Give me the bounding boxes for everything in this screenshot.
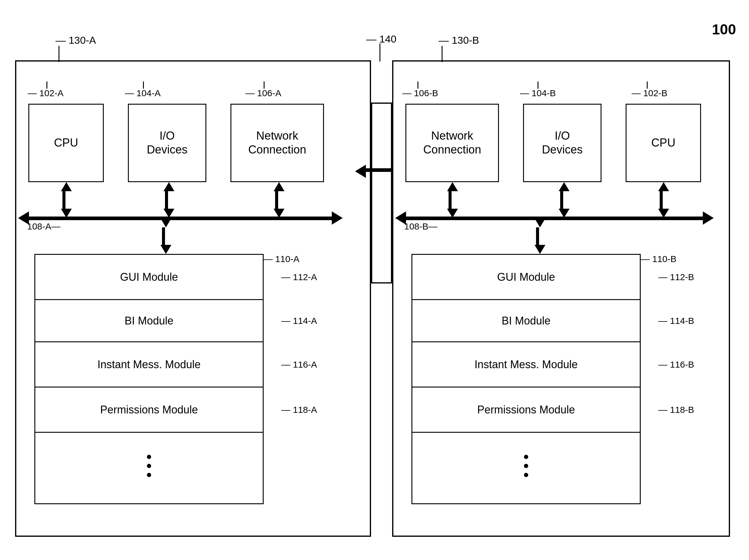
label-104b: — 104-B: [520, 88, 556, 98]
label-116b: ― 116-B: [659, 360, 694, 370]
vert-line-cpu-a: [62, 191, 65, 209]
cl-140: [380, 43, 380, 62]
label-114a: ― 114-A: [281, 316, 317, 326]
label-102b: — 102-B: [632, 88, 667, 98]
label-110b: ― 110-B: [641, 254, 676, 264]
bi-module-a: BI Module ― 114-A: [35, 300, 263, 342]
label-130b: — 130-B: [438, 35, 479, 46]
label-106b: — 106-B: [402, 88, 438, 98]
vert-line-net-a: [275, 191, 278, 209]
gui-module-b: GUI Module ― 112-B: [412, 255, 640, 300]
cl-106b: [418, 81, 419, 89]
cl-104b: [538, 81, 538, 89]
net-arrow-line: [366, 168, 392, 172]
perm-module-b: Permissions Module ― 118-B: [412, 388, 640, 433]
cl-102a: [46, 81, 47, 89]
label-116a: ― 116-A: [281, 360, 317, 370]
label-112a: ― 112-A: [281, 272, 317, 282]
vert-line-stack-b: [536, 228, 539, 245]
label-140: — 140: [366, 33, 397, 45]
label-106a: — 106-A: [245, 88, 281, 98]
label-118a: ― 118-A: [281, 405, 317, 415]
bi-module-b: BI Module ― 114-B: [412, 300, 640, 342]
cl-104a: [143, 81, 144, 89]
system-b-box: — 130-B NetworkConnection — 106-B I/ODev…: [392, 60, 730, 537]
label-118b: ― 118-B: [659, 405, 694, 415]
main-label: 100: [712, 21, 736, 38]
cpu-b-box: CPU: [626, 104, 701, 182]
net-arrow-left: [355, 165, 366, 178]
dots-a: [35, 433, 263, 499]
callout-line-130a: [59, 46, 59, 62]
label-110a: ― 110-A: [264, 254, 299, 264]
vert-line-cpu-b: [660, 191, 663, 209]
cl-106a: [264, 81, 264, 89]
gui-module-a: GUI Module ― 112-A: [35, 255, 263, 300]
label-108a: 108-A―: [27, 221, 60, 232]
netconn-b-box: NetworkConnection: [405, 104, 499, 182]
bus-b-arrow-right: [703, 211, 714, 225]
label-104a: — 104-A: [125, 88, 160, 98]
network-channel: [371, 103, 392, 283]
label-108b: 108-B―: [404, 221, 437, 232]
cl-130b: [442, 46, 443, 62]
im-module-b: Instant Mess. Module ― 116-B: [412, 342, 640, 388]
vert-line-stack-a: [162, 228, 165, 245]
label-130a: — 130-A: [46, 35, 96, 46]
stack-a: GUI Module ― 112-A BI Module ― 114-A Ins…: [35, 254, 264, 504]
stack-b: GUI Module ― 112-B BI Module ― 114-B Ins…: [411, 254, 641, 504]
perm-module-a: Permissions Module ― 118-A: [35, 388, 263, 433]
io-b-box: I/ODevices: [523, 104, 601, 182]
vert-line-io-a: [165, 191, 168, 209]
cpu-a-box: CPU: [28, 104, 104, 182]
label-112b: ― 112-B: [659, 272, 694, 282]
im-module-a: Instant Mess. Module ― 116-A: [35, 342, 263, 388]
diagram: 100 — 130-A CPU — 102-A I/ODevices — 104…: [9, 18, 739, 555]
cl-102b: [647, 81, 648, 89]
system-a-box: — 130-A CPU — 102-A I/ODevices — 104-A N…: [15, 60, 371, 537]
bus-b-line: [404, 217, 703, 220]
bus-a-arrow-right: [332, 211, 343, 225]
io-a-box: I/ODevices: [128, 104, 206, 182]
vert-line-io-b: [560, 191, 563, 209]
label-102a: — 102-A: [28, 88, 63, 98]
bus-a-line: [27, 217, 332, 220]
label-114b: ― 114-B: [659, 316, 694, 326]
vert-line-net-b: [449, 191, 452, 209]
netconn-a-box: NetworkConnection: [231, 104, 324, 182]
dots-b: [412, 433, 640, 499]
